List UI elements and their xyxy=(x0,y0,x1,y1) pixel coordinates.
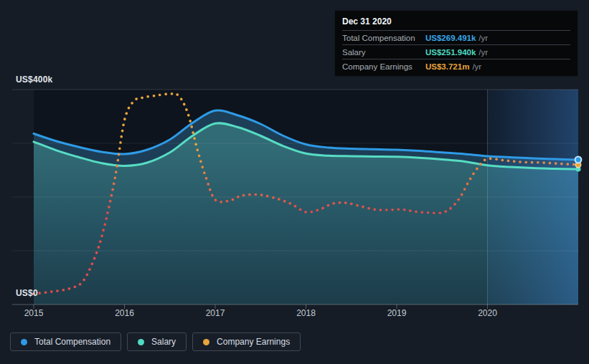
tooltip-row-salary: Salary US$251.940k /yr xyxy=(342,44,570,59)
total-compensation-dot-icon xyxy=(21,339,27,345)
legend-label: Company Earnings xyxy=(217,337,290,347)
tooltip-unit: /yr xyxy=(479,34,488,42)
x-tick-label: 2018 xyxy=(296,308,316,318)
hover-tooltip: Dec 31 2020 Total Compensation US$269.49… xyxy=(334,10,578,77)
tooltip-value: US$3.721m xyxy=(425,62,469,71)
x-tick-label: 2020 xyxy=(478,308,497,318)
chart-legend: Total Compensation Salary Company Earnin… xyxy=(10,332,301,351)
tooltip-unit: /yr xyxy=(472,62,481,71)
y-axis-label-max: US$400k xyxy=(16,75,52,85)
legend-item-salary[interactable]: Salary xyxy=(127,332,187,351)
tooltip-date: Dec 31 2020 xyxy=(342,14,570,30)
tooltip-row-company-earnings: Company Earnings US$3.721m /yr xyxy=(342,59,570,73)
y-axis-label-min: US$0 xyxy=(16,288,38,298)
x-tick-label: 2019 xyxy=(387,308,407,318)
tooltip-unit: /yr xyxy=(479,48,488,57)
tooltip-label: Total Compensation xyxy=(342,34,425,42)
tooltip-label: Company Earnings xyxy=(342,62,425,71)
legend-label: Salary xyxy=(151,337,176,347)
x-tick-label: 2015 xyxy=(24,308,44,318)
tooltip-row-total-compensation: Total Compensation US$269.491k /yr xyxy=(342,30,570,44)
x-tick-label: 2017 xyxy=(206,308,225,318)
salary-dot-icon xyxy=(138,339,144,345)
tooltip-value: US$251.940k xyxy=(425,48,476,57)
tooltip-label: Salary xyxy=(342,48,425,57)
company-earnings-dot-icon xyxy=(203,339,209,345)
tooltip-value: US$269.491k xyxy=(425,34,476,42)
legend-label: Total Compensation xyxy=(34,337,110,347)
x-tick-label: 2016 xyxy=(115,308,134,318)
legend-item-company-earnings[interactable]: Company Earnings xyxy=(192,332,301,351)
legend-item-total-compensation[interactable]: Total Compensation xyxy=(10,332,121,351)
